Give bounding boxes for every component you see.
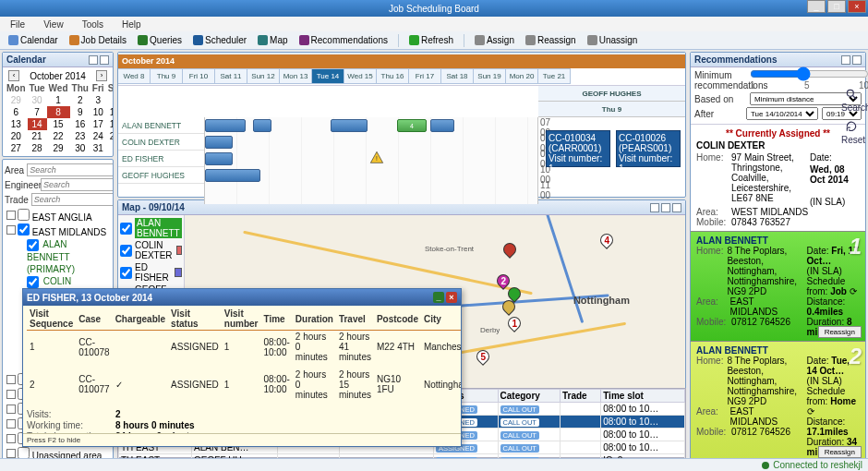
- gantt-day[interactable]: Sat 11: [215, 68, 247, 84]
- toolbar-refresh[interactable]: Refresh: [404, 33, 458, 47]
- cal-day[interactable]: 8: [47, 106, 70, 118]
- after-date-select[interactable]: Tue 14/10/2014: [746, 107, 818, 120]
- popup-close-button[interactable]: ×: [446, 292, 457, 303]
- gantt-day[interactable]: Thu 16: [377, 68, 409, 84]
- reassign-button[interactable]: Reassign: [818, 446, 862, 458]
- map-marker[interactable]: [500, 240, 519, 259]
- cal-day[interactable]: 7: [28, 106, 47, 118]
- cal-day[interactable]: 30: [70, 142, 90, 154]
- cal-day[interactable]: 15: [47, 118, 70, 130]
- gantt-day[interactable]: Mon 20: [506, 68, 538, 84]
- cal-day[interactable]: 14: [28, 118, 47, 130]
- cal-day[interactable]: 25: [106, 130, 113, 142]
- cal-day[interactable]: 27: [5, 142, 28, 154]
- calendar-grid[interactable]: MonTueWedThuFriSatSun2930123456789101112…: [5, 82, 113, 154]
- gantt-bar[interactable]: [253, 119, 271, 132]
- gantt-day[interactable]: Tue 14: [312, 68, 344, 84]
- tree-region[interactable]: EAST MIDLANDS: [5, 223, 111, 238]
- engineer-input[interactable]: [41, 178, 113, 191]
- panel-menu-icon[interactable]: [852, 55, 862, 65]
- cal-day[interactable]: 1: [47, 94, 70, 106]
- area-input[interactable]: [27, 163, 113, 176]
- cal-day[interactable]: 24: [90, 130, 106, 142]
- gantt-day[interactable]: Sat 18: [441, 68, 474, 84]
- cal-day[interactable]: 28: [28, 142, 47, 154]
- panel-pin-icon[interactable]: [841, 55, 850, 65]
- search-button[interactable]: Search: [841, 88, 862, 113]
- cal-day[interactable]: 2: [70, 94, 90, 106]
- gantt-bar[interactable]: [331, 119, 368, 132]
- maximize-button[interactable]: □: [827, 0, 846, 13]
- cal-day[interactable]: 4: [106, 94, 113, 106]
- trade-input[interactable]: [31, 193, 113, 206]
- visit-card[interactable]: CC-010026(PEARS001)Visit number: 1: [616, 130, 681, 167]
- reassign-button[interactable]: Reassign: [818, 326, 862, 338]
- gantt-bar[interactable]: [430, 119, 454, 132]
- gantt-day[interactable]: Tue 21: [538, 68, 571, 84]
- panel-pin-icon[interactable]: [89, 55, 98, 65]
- gantt-bar[interactable]: [205, 169, 260, 182]
- gantt-bar[interactable]: [205, 119, 246, 132]
- cal-day[interactable]: 6: [5, 106, 28, 118]
- cal-day[interactable]: 22: [47, 130, 70, 142]
- tree-region[interactable]: EAST ANGLIA: [5, 209, 111, 223]
- cal-next-button[interactable]: ›: [96, 70, 107, 81]
- menu-file[interactable]: File: [6, 18, 30, 31]
- toolbar-recommendations[interactable]: Recommendations: [295, 33, 392, 47]
- cal-day[interactable]: 9: [70, 106, 90, 118]
- toolbar-assign[interactable]: Assign: [470, 33, 519, 47]
- cal-day[interactable]: 31: [90, 142, 106, 154]
- gantt-day[interactable]: Fri 17: [409, 68, 441, 84]
- cal-day[interactable]: 11: [106, 106, 113, 118]
- menu-view[interactable]: View: [39, 18, 68, 31]
- toolbar-queries[interactable]: Queries: [133, 33, 187, 47]
- legend-checkbox[interactable]: [120, 245, 132, 257]
- recommendation-card[interactable]: 2ALAN BENNETTHome:8 The Poplars, Beeston…: [691, 341, 865, 461]
- cal-day[interactable]: 13: [5, 118, 28, 130]
- cal-day[interactable]: 17: [90, 118, 106, 130]
- toolbar-calendar[interactable]: Calendar: [4, 33, 63, 47]
- menu-help[interactable]: Help: [117, 18, 146, 31]
- engineer-checkbox[interactable]: [27, 276, 39, 288]
- map-marker[interactable]: 4: [597, 231, 616, 249]
- toolbar-job-details[interactable]: Job Details: [65, 33, 131, 47]
- gantt-day[interactable]: Thu 9: [151, 68, 183, 84]
- engineer-day-popup[interactable]: ED FISHER, 13 October 2014 _× Visit Sequ…: [22, 288, 462, 447]
- cal-day[interactable]: 20: [5, 130, 28, 142]
- cal-day[interactable]: 23: [70, 130, 90, 142]
- cal-day[interactable]: 29: [5, 94, 28, 106]
- gantt-day[interactable]: Mon 13: [280, 68, 312, 84]
- panel-max-icon[interactable]: [661, 203, 670, 212]
- min-recs-slider[interactable]: [750, 69, 868, 78]
- gantt-day[interactable]: Sun 19: [474, 68, 506, 84]
- panel-restore-icon[interactable]: [650, 203, 659, 212]
- toolbar-map[interactable]: Map: [253, 33, 292, 47]
- legend-checkbox[interactable]: [120, 267, 132, 279]
- cal-day[interactable]: 29: [47, 142, 70, 154]
- engineer-checkbox[interactable]: [27, 239, 39, 251]
- legend-item[interactable]: COLIN DEXTER: [120, 240, 182, 260]
- cal-day[interactable]: 1: [106, 142, 113, 154]
- visit-card[interactable]: CC-010034(CARR0001)Visit number: 1: [546, 130, 610, 167]
- cal-day[interactable]: 18: [106, 118, 113, 130]
- map-marker[interactable]: 1: [505, 314, 524, 332]
- close-button[interactable]: ×: [848, 0, 866, 13]
- panel-menu-icon[interactable]: [100, 55, 109, 65]
- gantt-bar[interactable]: [205, 136, 233, 149]
- toolbar-unassign[interactable]: Unassign: [583, 33, 643, 47]
- region-checkbox[interactable]: [18, 209, 30, 221]
- gantt-day[interactable]: Sun 12: [247, 68, 280, 84]
- legend-item[interactable]: ALAN BENNETT: [120, 218, 182, 238]
- cal-day[interactable]: 16: [70, 118, 90, 130]
- cal-day[interactable]: 30: [28, 94, 47, 106]
- gantt-day[interactable]: Fri 10: [183, 68, 215, 84]
- toolbar-scheduler[interactable]: Scheduler: [188, 33, 251, 47]
- menu-tools[interactable]: Tools: [78, 18, 108, 31]
- panel-menu-icon[interactable]: [672, 203, 681, 212]
- legend-checkbox[interactable]: [120, 223, 132, 235]
- toolbar-reassign[interactable]: Reassign: [521, 33, 581, 47]
- tree-engineer[interactable]: ALAN BENNETT (PRIMARY): [5, 238, 111, 275]
- gantt-day[interactable]: Wed 8: [118, 68, 151, 84]
- popup-min-button[interactable]: _: [433, 292, 444, 303]
- warning-icon[interactable]: !: [369, 151, 384, 165]
